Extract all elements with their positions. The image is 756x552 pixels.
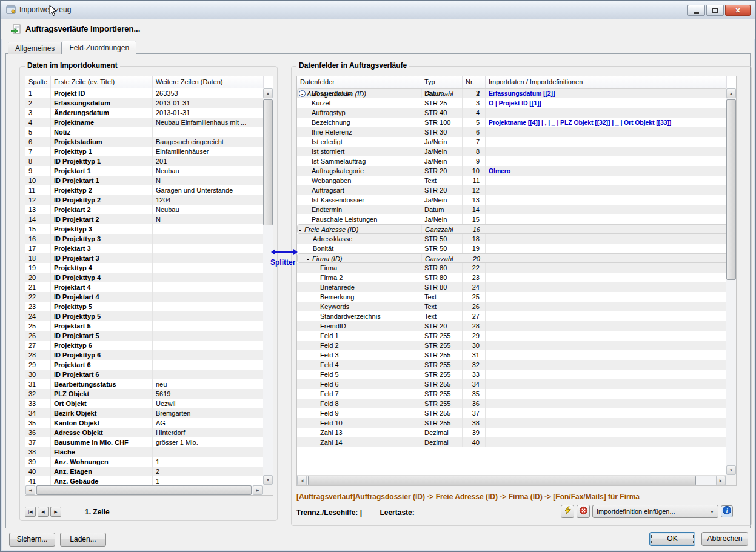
import-data-row[interactable]: 3Änderungsdatum2013-01-31 — [25, 108, 263, 118]
import-data-row[interactable]: 13Projektart 2Neubau — [25, 205, 263, 214]
scroll-right-button[interactable]: ▶ — [716, 476, 726, 485]
import-data-row[interactable]: 41Anz. Gebäude1 — [25, 476, 263, 485]
next-row-button[interactable]: ▶ — [50, 507, 61, 517]
scroll-right-button[interactable]: ▶ — [253, 485, 263, 495]
import-data-row[interactable]: 40Anz. Etagen2 — [25, 467, 263, 476]
titlebar[interactable]: Importwerkzeug ✕ — [1, 1, 755, 19]
field-row[interactable]: Feld 8STR 25536 — [297, 399, 726, 408]
field-row[interactable]: Ist KassendossierJa/Nein13 — [297, 195, 726, 205]
import-data-row[interactable]: 19Projekttyp 4 — [25, 263, 263, 273]
import-data-row[interactable]: 28ID Projekttyp 6 — [25, 350, 263, 360]
field-row[interactable]: Ist SammelauftragJa/Nein9 — [297, 156, 726, 166]
field-row[interactable]: Feld 6STR 25534 — [297, 379, 726, 389]
field-row[interactable]: Feld 10STR 25538 — [297, 418, 726, 428]
right-horizontal-scrollbar[interactable]: ◀ ▶ — [297, 475, 726, 485]
column-header-weitere-zeilen[interactable]: Weitere Zeilen (Daten) — [153, 76, 264, 88]
field-row[interactable]: Firma 2STR 8023 — [297, 273, 726, 282]
field-row[interactable]: Pauschale LeistungenJa/Nein15 — [297, 214, 726, 224]
import-data-row[interactable]: 17Projektart 3 — [25, 244, 263, 253]
field-row[interactable]: AdressklasseSTR 5018 — [297, 234, 726, 244]
scroll-down-button[interactable]: ▼ — [726, 465, 736, 475]
minimize-button[interactable] — [687, 5, 705, 16]
import-data-row[interactable]: 22ID Projektart 4 — [25, 292, 263, 302]
column-header-erste-zeile[interactable]: Erste Zeile (ev. Titel) — [51, 76, 153, 88]
collapse-icon[interactable]: - — [299, 90, 306, 97]
import-data-row[interactable]: 34Bezirk ObjektBremgarten — [25, 408, 263, 418]
import-data-row[interactable]: 37Bausumme in Mio. CHFgrösser 1 Mio. — [25, 437, 263, 447]
import-data-row[interactable]: 26ID Projektart 5 — [25, 331, 263, 341]
scroll-left-button[interactable]: ◀ — [297, 476, 307, 485]
import-data-row[interactable]: 1Projekt ID263353 — [25, 88, 263, 98]
import-data-row[interactable]: 29Projektart 6 — [25, 360, 263, 370]
scrollbar-thumb[interactable] — [36, 485, 252, 495]
save-button[interactable]: Sichern... — [9, 533, 55, 547]
field-row[interactable]: Ist storniertJa/Nein8 — [297, 147, 726, 156]
import-data-row[interactable]: 8ID Projekttyp 1201 — [25, 156, 263, 166]
scrollbar-thumb[interactable] — [263, 99, 273, 225]
field-row[interactable]: BemerkungText25 — [297, 292, 726, 302]
import-data-row[interactable]: 5Notiz — [25, 127, 263, 137]
import-data-row[interactable]: 4ProjektnameNeubau Einfamilienhaus mit .… — [25, 118, 263, 127]
import-data-row[interactable]: 21Projektart 4 — [25, 282, 263, 292]
info-button[interactable]: i — [721, 505, 733, 517]
scroll-down-button[interactable]: ▼ — [263, 475, 273, 485]
import-data-row[interactable]: 39Anz. Wohnungen1 — [25, 457, 263, 467]
field-row[interactable]: Feld 2STR 25530 — [297, 341, 726, 350]
field-row[interactable]: StandardverzeichnisText27 — [297, 311, 726, 321]
field-row[interactable]: BezeichnungSTR 1005Projektname [[4]] | ,… — [297, 118, 726, 127]
field-row[interactable]: Zahl 13Dezimal39 — [297, 428, 726, 437]
field-row[interactable]: Ihre ReferenzSTR 306 — [297, 127, 726, 137]
import-data-row[interactable]: 6ProjektstadiumBaugesuch eingereicht — [25, 137, 263, 147]
field-row[interactable]: AuftragskategorieSTR 2010Olmero — [297, 166, 726, 176]
import-data-row[interactable]: 38Fläche — [25, 447, 263, 457]
import-data-row[interactable]: 15Projekttyp 3 — [25, 224, 263, 234]
field-row[interactable]: -Auftragsdossier (ID)Ganzzahl1 — [297, 88, 726, 98]
field-row[interactable]: Feld 1STR 25529 — [297, 331, 726, 341]
column-header-importdaten[interactable]: Importdaten / Importdefinitionen — [486, 76, 727, 88]
left-vertical-scrollbar[interactable]: ▲ ▼ — [263, 88, 273, 485]
field-row[interactable]: AuftragsartSTR 2012 — [297, 185, 726, 195]
tab-feld-zuordnungen[interactable]: Feld-Zuordnungen — [62, 41, 136, 55]
scrollbar-thumb[interactable] — [726, 99, 736, 280]
field-row[interactable]: FirmaSTR 8022 — [297, 263, 726, 273]
tab-allgemeines[interactable]: Allgemeines — [8, 42, 62, 54]
field-row[interactable]: BriefanredeSTR 8024 — [297, 282, 726, 292]
import-data-row[interactable]: 24ID Projekttyp 5 — [25, 311, 263, 321]
scroll-up-button[interactable]: ▲ — [726, 88, 736, 98]
delete-import-definition-button[interactable] — [577, 505, 590, 518]
right-vertical-scrollbar[interactable]: ▲ ▼ — [726, 88, 736, 475]
import-data-row[interactable]: 9Projektart 1Neubau — [25, 166, 263, 176]
import-data-row[interactable]: 35Kanton ObjektAG — [25, 418, 263, 428]
field-row[interactable]: FremdIDSTR 2028 — [297, 321, 726, 331]
field-row[interactable]: Feld 9STR 25537 — [297, 408, 726, 418]
field-row[interactable]: AuftragstypSTR 404 — [297, 108, 726, 118]
cancel-button[interactable]: Abbrechen — [701, 532, 748, 546]
field-row[interactable]: -Firma (ID)Ganzzahl20 — [297, 253, 726, 263]
import-data-row[interactable]: 14ID Projektart 2N — [25, 214, 263, 224]
import-data-row[interactable]: 16ID Projekttyp 3 — [25, 234, 263, 244]
previous-row-button[interactable]: ◀ — [38, 507, 49, 517]
field-row[interactable]: Feld 7STR 25535 — [297, 389, 726, 399]
splitter-handle[interactable] — [270, 247, 298, 256]
field-row[interactable]: KürzelSTR 253O | Projekt ID [[1]] — [297, 98, 726, 108]
import-data-row[interactable]: 25Projektart 5 — [25, 321, 263, 331]
left-horizontal-scrollbar[interactable]: ◀ ▶ — [25, 485, 263, 495]
scroll-left-button[interactable]: ◀ — [25, 485, 35, 495]
scroll-up-button[interactable]: ▲ — [263, 88, 273, 98]
first-row-button[interactable]: |◀ — [25, 507, 36, 517]
field-row[interactable]: Feld 4STR 25532 — [297, 360, 726, 370]
import-data-row[interactable]: 32PLZ Objekt5619 — [25, 389, 263, 399]
column-header-datenfelder[interactable]: Datenfelder — [297, 76, 421, 88]
column-header-nr[interactable]: Nr. — [463, 76, 486, 88]
load-button[interactable]: Laden... — [60, 533, 106, 547]
close-button[interactable]: ✕ — [725, 5, 751, 16]
import-data-row[interactable]: 30ID Projektart 6 — [25, 370, 263, 379]
import-data-row[interactable]: 20ID Projekttyp 4 — [25, 273, 263, 282]
import-data-row[interactable]: 18ID Projektart 3 — [25, 253, 263, 263]
field-row[interactable]: KeywordsText26 — [297, 302, 726, 311]
column-header-spalte[interactable]: Spalte — [25, 76, 51, 88]
field-row[interactable]: Ist erledigtJa/Nein7 — [297, 137, 726, 147]
field-row[interactable]: -Freie Adresse (ID)Ganzzahl16 — [297, 224, 726, 234]
field-row[interactable]: EndterminDatum14 — [297, 205, 726, 214]
maximize-button[interactable] — [706, 5, 724, 16]
